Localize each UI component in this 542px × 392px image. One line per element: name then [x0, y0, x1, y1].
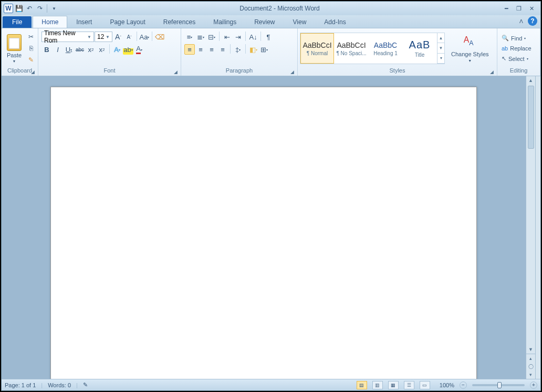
clear-formatting-button[interactable]: ⌫ — [154, 32, 165, 42]
prev-page-button[interactable]: ▴ — [526, 354, 535, 362]
scroll-thumb[interactable] — [528, 86, 534, 149]
replace-button[interactable]: abReplace — [499, 44, 534, 53]
select-browse-object[interactable]: ◯ — [526, 362, 535, 370]
tab-addins[interactable]: Add-Ins — [315, 16, 355, 28]
gallery-more-button[interactable]: ▾ — [437, 54, 444, 64]
zoom-level[interactable]: 100% — [440, 382, 454, 388]
select-icon: ↖ — [502, 55, 506, 62]
text-effects-button[interactable]: A▾ — [112, 44, 122, 55]
increase-indent-button[interactable]: ⇥ — [233, 32, 243, 42]
word-icon[interactable]: W — [4, 4, 13, 13]
tab-review[interactable]: Review — [245, 16, 284, 28]
qat-customize-dropdown[interactable]: ▼ — [49, 4, 59, 13]
grow-font-button[interactable]: Aˆ — [113, 32, 123, 42]
align-left-button[interactable]: ≡ — [184, 44, 195, 55]
show-hide-button[interactable]: ¶ — [263, 32, 274, 42]
save-icon[interactable]: 💾 — [14, 4, 24, 13]
numbering-button[interactable]: ≣▾ — [195, 32, 206, 42]
group-font: Times New Rom▼ 12▼ Aˆ Aˇ Aa▾ ⌫ B I U▾ ab… — [38, 28, 181, 76]
minimize-ribbon-icon[interactable]: ᐱ — [516, 16, 526, 26]
tab-file[interactable]: File — [3, 16, 32, 28]
find-button[interactable]: 🔍Find▾ — [499, 34, 534, 43]
zoom-slider[interactable] — [472, 384, 525, 386]
align-right-button[interactable]: ≡ — [206, 44, 217, 55]
scroll-down-button[interactable]: ▼ — [526, 345, 535, 354]
strikethrough-button[interactable]: abc — [75, 44, 85, 55]
bullets-button[interactable]: ≡▾ — [184, 32, 195, 42]
gallery-up-button[interactable]: ▲ — [437, 33, 444, 43]
tab-pagelayout[interactable]: Page Layout — [101, 16, 154, 28]
format-painter-icon[interactable] — [26, 55, 36, 65]
clipboard-dialog-launcher[interactable]: ◢ — [29, 69, 36, 75]
find-icon: 🔍 — [502, 35, 509, 42]
paste-label: Paste — [7, 52, 22, 58]
undo-icon[interactable]: ↶ — [25, 4, 34, 13]
page-status[interactable]: Page: 1 of 1 — [5, 382, 36, 388]
next-page-button[interactable]: ▾ — [526, 370, 535, 379]
full-screen-reading-view-button[interactable]: ▥ — [372, 381, 383, 389]
draft-view-button[interactable]: ▭ — [420, 381, 430, 389]
zoom-out-button[interactable]: − — [460, 381, 467, 389]
multilevel-list-button[interactable]: ⊟▾ — [206, 32, 217, 42]
group-label-editing: Editing — [499, 67, 538, 76]
highlight-button[interactable]: ab▾ — [123, 44, 133, 55]
status-bar: Page: 1 of 1 | Words: 0 | ✎ ▤ ▥ ▦ ☰ ▭ 10… — [2, 379, 540, 390]
minimize-button[interactable]: ━ — [501, 4, 512, 13]
word-count[interactable]: Words: 0 — [48, 382, 71, 388]
tab-insert[interactable]: Insert — [67, 16, 101, 28]
style-no-spacing[interactable]: AaBbCcI ¶ No Spaci... — [335, 33, 368, 64]
style-normal[interactable]: AaBbCcI ¶ Normal — [300, 33, 334, 64]
tab-mailings[interactable]: Mailings — [204, 16, 245, 28]
copy-icon[interactable] — [26, 43, 36, 54]
change-styles-button[interactable]: AA Change Styles ▼ — [448, 30, 492, 67]
subscript-button[interactable]: x2 — [86, 44, 96, 55]
justify-button[interactable]: ≡ — [217, 44, 228, 55]
underline-button[interactable]: U▾ — [64, 44, 74, 55]
select-button[interactable]: ↖Select▾ — [499, 54, 534, 63]
redo-icon[interactable]: ↷ — [35, 4, 45, 13]
paste-button[interactable]: Paste ▼ — [4, 30, 25, 67]
print-layout-view-button[interactable]: ▤ — [357, 381, 367, 389]
font-color-button[interactable]: A▾ — [134, 44, 144, 55]
help-icon[interactable]: ? — [528, 16, 537, 26]
bold-button[interactable]: B — [41, 44, 52, 55]
zoom-handle[interactable] — [497, 382, 502, 388]
decrease-indent-button[interactable]: ⇤ — [222, 32, 232, 42]
web-layout-view-button[interactable]: ▦ — [388, 381, 399, 389]
line-spacing-button[interactable]: ‡▾ — [233, 44, 243, 55]
cut-icon[interactable] — [26, 32, 36, 42]
tab-references[interactable]: References — [154, 16, 204, 28]
document-page[interactable] — [50, 87, 477, 379]
tab-home[interactable]: Home — [33, 16, 67, 28]
align-center-button[interactable]: ≡ — [195, 44, 206, 55]
outline-view-button[interactable]: ☰ — [404, 381, 414, 389]
zoom-in-button[interactable]: + — [530, 381, 537, 389]
view-splitter[interactable] — [535, 76, 540, 379]
style-heading1[interactable]: AaBbC Heading 1 — [369, 33, 402, 64]
close-button[interactable]: ✕ — [526, 4, 537, 13]
font-dialog-launcher[interactable]: ◢ — [172, 69, 179, 75]
borders-button[interactable]: ⊞▾ — [259, 44, 269, 55]
scroll-up-button[interactable]: ▲ — [526, 76, 535, 85]
italic-button[interactable]: I — [53, 44, 63, 55]
style-title[interactable]: AaB Title — [403, 33, 436, 64]
gallery-down-button[interactable]: ▼ — [437, 43, 444, 53]
change-case-button[interactable]: Aa▾ — [139, 32, 150, 42]
superscript-button[interactable]: x2 — [97, 44, 107, 55]
tab-view[interactable]: View — [284, 16, 316, 28]
font-name-combo[interactable]: Times New Rom▼ — [41, 32, 94, 42]
shrink-font-button[interactable]: Aˇ — [124, 32, 134, 42]
change-styles-label: Change Styles — [451, 51, 489, 57]
window-title: Document2 - Microsoft Word — [59, 5, 501, 12]
svg-text:A: A — [469, 39, 474, 47]
group-paragraph: ≡▾ ≣▾ ⊟▾ ⇤ ⇥ A↓ ¶ ≡ ≡ ≡ ≡ ‡▾ — [181, 28, 298, 76]
shading-button[interactable]: ◧▾ — [248, 44, 258, 55]
spellcheck-icon[interactable]: ✎ — [83, 381, 88, 388]
vertical-scrollbar[interactable]: ▲ ▼ ▴ ◯ ▾ — [526, 76, 535, 379]
styles-dialog-launcher[interactable]: ◢ — [488, 69, 495, 75]
paragraph-dialog-launcher[interactable]: ◢ — [289, 69, 295, 75]
sort-button[interactable]: A↓ — [248, 32, 258, 42]
font-size-combo[interactable]: 12▼ — [95, 32, 112, 42]
restore-button[interactable]: ❐ — [513, 4, 525, 13]
ribbon-tabs: File Home Insert Page Layout References … — [2, 15, 540, 28]
